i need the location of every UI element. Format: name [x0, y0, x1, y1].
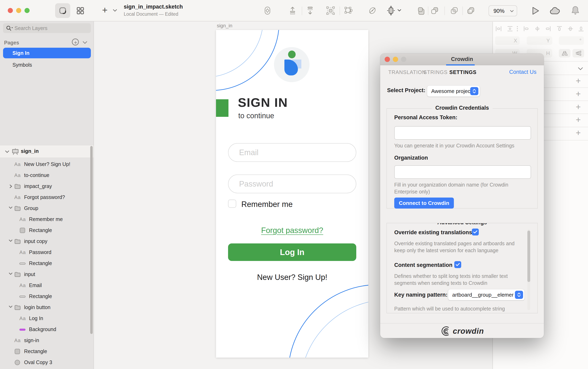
rotate-icon[interactable]: [368, 6, 377, 15]
align-left-icon[interactable]: [523, 25, 530, 32]
layer-row[interactable]: input: [0, 269, 94, 280]
log-in-button[interactable]: Log In: [228, 243, 356, 261]
layer-row[interactable]: Aasign-in: [0, 335, 94, 346]
add-chevron-icon[interactable]: [113, 9, 117, 12]
add-style-button[interactable]: +: [576, 76, 581, 86]
align-middle-vertical-icon[interactable]: [567, 25, 574, 32]
notifications-bell-button[interactable]: [571, 6, 579, 16]
rotation-field[interactable]: °: [559, 36, 584, 45]
layer-row[interactable]: AaPassword: [0, 247, 94, 258]
layer-row[interactable]: Rectangle: [0, 225, 94, 236]
sidebar-page-sign-in[interactable]: Sign In: [3, 48, 91, 58]
resize-chevron-icon[interactable]: [397, 9, 401, 12]
add-style-button[interactable]: +: [576, 102, 581, 112]
add-style-button[interactable]: +: [576, 115, 581, 125]
layer-row[interactable]: AaRemember me: [0, 214, 94, 225]
dialog-minimize-button[interactable]: [393, 57, 398, 62]
layer-artboard-row[interactable]: sign_in: [0, 145, 94, 158]
tab-translation[interactable]: TRANSLATION: [388, 69, 426, 75]
chevron-down-icon[interactable]: [9, 272, 13, 275]
layer-row[interactable]: impact_gray: [0, 181, 94, 192]
window-close-button[interactable]: [8, 8, 13, 13]
advanced-scrollbar-thumb[interactable]: [527, 230, 530, 282]
align-bottom-icon[interactable]: [578, 25, 584, 32]
subtract-icon[interactable]: [430, 6, 439, 15]
add-page-circle-button[interactable]: +: [72, 39, 79, 45]
contact-us-link[interactable]: Contact Us: [509, 69, 536, 75]
sidebar-scrollbar[interactable]: [90, 146, 93, 334]
window-zoom-button[interactable]: [24, 8, 30, 13]
grid-view-toggle[interactable]: [73, 3, 88, 18]
tab-strings[interactable]: STRINGS: [423, 69, 448, 75]
ungroup-icon[interactable]: [344, 6, 353, 15]
flip-horizontal-button[interactable]: [559, 49, 570, 58]
tab-settings[interactable]: SETTINGS: [449, 69, 476, 75]
add-style-button[interactable]: +: [576, 89, 581, 99]
search-input[interactable]: [14, 23, 88, 33]
layer-row[interactable]: AaNew User? Sign Up!: [0, 159, 94, 170]
chevron-down-icon[interactable]: [9, 239, 13, 242]
sidebar-page-symbols[interactable]: Symbols: [3, 60, 91, 70]
segmentation-checkbox[interactable]: [454, 261, 461, 268]
layer-row[interactable]: Rectangle: [0, 346, 94, 357]
section-collapse-chevron-icon[interactable]: [578, 67, 583, 70]
artboard-canvas-label[interactable]: sign_in: [217, 23, 232, 29]
project-select-dropdown[interactable]: Awesome project: [427, 86, 480, 97]
layer-row[interactable]: Rectangle: [0, 258, 94, 269]
canvas-view-toggle[interactable]: [55, 3, 70, 18]
override-checkbox[interactable]: [472, 229, 479, 235]
more-options-icon[interactable]: [516, 25, 519, 32]
align-center-horizontal-icon[interactable]: [534, 25, 541, 32]
insert-shape-icon[interactable]: [263, 6, 272, 15]
move-backward-icon[interactable]: [305, 6, 315, 15]
connect-to-crowdin-button[interactable]: Connect to Crowdin: [394, 198, 454, 209]
y-position-field[interactable]: Y: [527, 36, 552, 45]
search-layers-field[interactable]: [3, 23, 91, 33]
pattern-select-dropdown[interactable]: artboard__group__elemer: [448, 289, 525, 300]
chevron-down-icon[interactable]: [9, 305, 13, 308]
move-forward-icon[interactable]: [288, 6, 297, 15]
chevron-down-icon[interactable]: [9, 206, 13, 209]
layer-row[interactable]: login button: [0, 302, 94, 313]
intersect-icon[interactable]: [450, 6, 459, 15]
add-page-button[interactable]: +: [102, 4, 108, 16]
layer-row[interactable]: Oval Copy 3: [0, 357, 94, 368]
layer-row[interactable]: Group: [0, 203, 94, 214]
layer-row[interactable]: Rectangle: [0, 291, 94, 302]
add-style-button[interactable]: +: [576, 128, 581, 138]
layer-row[interactable]: AaLog In: [0, 313, 94, 324]
pages-collapse-chevron-icon[interactable]: [83, 41, 87, 44]
token-input[interactable]: [394, 126, 531, 140]
distribute-vertically-icon[interactable]: [507, 25, 513, 32]
sign-in-artboard[interactable]: SIGN IN to continue Email Password Remem…: [216, 30, 368, 358]
flip-vertical-button[interactable]: [572, 49, 584, 58]
union-icon[interactable]: [417, 6, 426, 15]
align-top-icon[interactable]: [556, 25, 563, 32]
chevron-right-icon[interactable]: [9, 184, 12, 188]
group-icon[interactable]: [326, 6, 335, 15]
window-minimize-button[interactable]: [16, 8, 21, 13]
dialog-titlebar[interactable]: Crowdin: [380, 53, 544, 65]
layer-row[interactable]: Aato-continue: [0, 170, 94, 181]
password-field[interactable]: Password: [228, 175, 356, 193]
difference-icon[interactable]: [466, 6, 475, 15]
signup-text[interactable]: New User? Sign Up!: [216, 273, 368, 282]
preview-play-button[interactable]: [531, 6, 540, 16]
cloud-sync-button[interactable]: [550, 7, 561, 15]
layer-row[interactable]: AaForgot password?: [0, 192, 94, 203]
dialog-zoom-button[interactable]: [401, 57, 406, 62]
organization-input[interactable]: [394, 165, 531, 179]
layer-row[interactable]: AaEmail: [0, 280, 94, 291]
email-field[interactable]: Email: [228, 143, 356, 162]
dialog-close-button[interactable]: [385, 57, 390, 62]
resize-icon[interactable]: [386, 6, 396, 15]
remember-me-checkbox[interactable]: [228, 199, 236, 208]
x-position-field[interactable]: X: [495, 36, 520, 45]
layer-row[interactable]: input copy: [0, 236, 94, 247]
forgot-password-link[interactable]: Forgot password?: [216, 226, 368, 235]
layer-row[interactable]: Background: [0, 324, 94, 335]
chevron-down-icon[interactable]: [5, 150, 9, 153]
crowdin-dialog[interactable]: Crowdin TRANSLATION STRINGS SETTINGS Con…: [380, 53, 544, 338]
distribute-horizontally-icon[interactable]: [495, 25, 502, 32]
align-right-icon[interactable]: [545, 25, 551, 32]
